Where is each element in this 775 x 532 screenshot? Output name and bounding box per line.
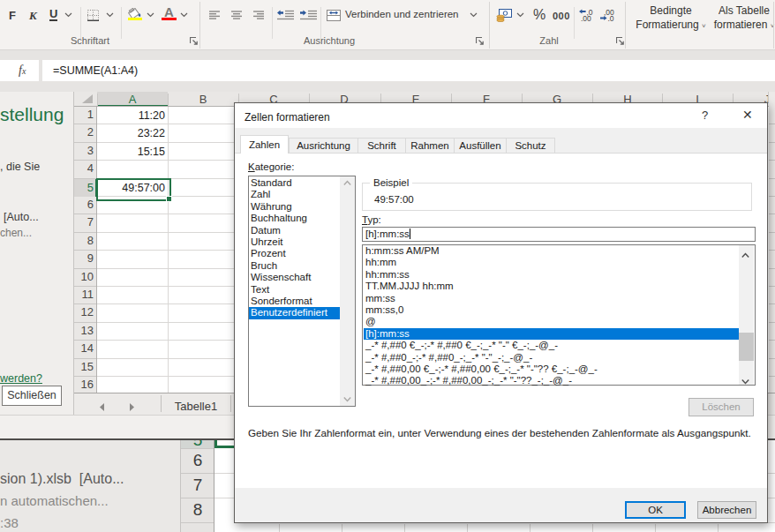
svg-text:,0: ,0 <box>608 14 614 21</box>
svg-text:,00: ,00 <box>581 14 591 21</box>
